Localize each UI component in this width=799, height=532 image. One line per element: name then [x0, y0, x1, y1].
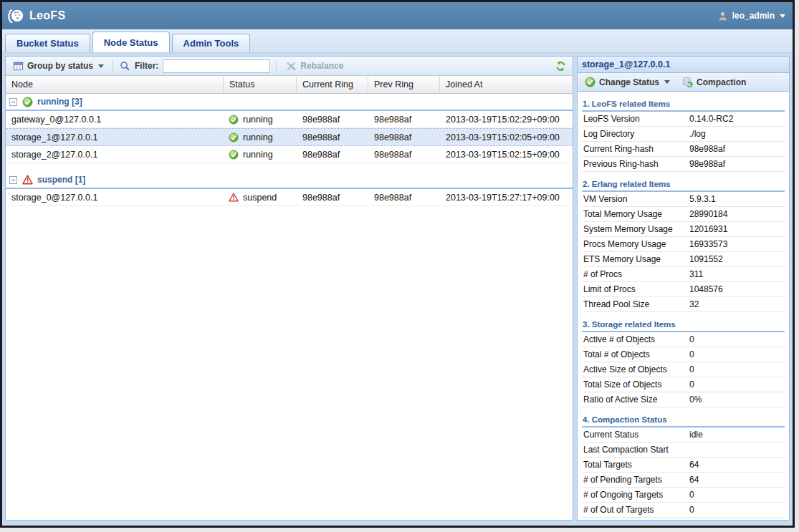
current-ring-cell: 98e988af [297, 193, 368, 203]
property-row: Total Size of Objects 0 [582, 377, 785, 392]
group-by-status-button[interactable]: Group by status [9, 59, 107, 73]
top-bar: LeoFS leo_admin [2, 2, 793, 29]
prev-ring-cell: 98e988af [368, 115, 440, 125]
property-row: Ratio of Active Size 0% [582, 392, 785, 407]
collapse-icon[interactable] [9, 176, 17, 184]
property-value: idle [689, 430, 785, 440]
property-label: Current Ring-hash [582, 144, 689, 154]
column-header-joined-at[interactable]: Joined At [440, 76, 573, 93]
property-label: Log Directory [582, 129, 689, 139]
property-label: VM Version [582, 194, 689, 204]
property-value: 0 [689, 490, 785, 500]
property-row: Log Directory ./log [582, 127, 785, 142]
property-value: 0 [689, 364, 785, 374]
search-icon [119, 60, 130, 72]
table-row[interactable]: storage_2@127.0.0.1 running 98e988af 98e… [6, 146, 573, 163]
status-text: running [243, 150, 273, 160]
table-row-selected[interactable]: storage_1@127.0.0.1 running 98e988af 98e… [6, 128, 573, 146]
status-text: suspend [243, 193, 277, 203]
current-ring-cell: 98e988af [297, 115, 368, 125]
property-label: # of Ongoing Targets [582, 490, 689, 500]
property-label: Active # of Objects [582, 334, 689, 344]
property-row: Total # of Objects 0 [582, 347, 785, 362]
column-header-node[interactable]: Node [6, 76, 224, 93]
toolbar-separator [276, 60, 277, 72]
grid-column-headers: Node Status Current Ring Prev Ring Joine… [6, 76, 573, 94]
property-value: 98e988af [689, 144, 785, 154]
table-row[interactable]: gateway_0@127.0.0.1 running 98e988af 98e… [6, 111, 573, 128]
joined-at-cell: 2013-03-19T15:27:17+09:00 [440, 193, 573, 203]
tab-bucket-status[interactable]: Bucket Status [5, 34, 90, 52]
status-running-icon [228, 149, 239, 160]
group-by-status-label: Group by status [27, 61, 93, 71]
filter-input[interactable] [163, 59, 270, 73]
user-menu[interactable]: leo_admin [717, 10, 785, 21]
property-row: # of Procs 311 [582, 267, 785, 282]
current-ring-cell: 98e988af [297, 132, 368, 142]
group-header-suspend[interactable]: suspend [1] [6, 172, 573, 189]
property-row: # of Pending Targets 64 [582, 473, 785, 488]
toolbar-separator [113, 60, 113, 72]
status-suspend-icon [21, 174, 33, 185]
property-value: 32 [689, 299, 785, 309]
change-status-label: Change Status [599, 77, 659, 87]
property-label: Total Memory Usage [582, 209, 689, 219]
property-label: Active Size of Objects [582, 364, 689, 374]
status-cell: running [224, 132, 297, 143]
app-window: LeoFS leo_admin Bucket Status Node Statu… [0, 0, 795, 528]
status-running-icon [228, 114, 239, 125]
rebalance-button[interactable]: Rebalance [282, 59, 346, 73]
node-cell: storage_2@127.0.0.1 [6, 150, 224, 160]
joined-at-cell: 2013-03-19T15:02:05+09:00 [440, 132, 573, 142]
chevron-down-icon [780, 14, 785, 18]
node-grid-panel: Group by status Filter: [5, 56, 573, 521]
property-label: LeoFS Version [582, 114, 689, 124]
property-value: 1048576 [689, 284, 785, 294]
collapse-icon[interactable] [9, 98, 17, 106]
database-compaction-icon [681, 77, 693, 88]
property-value: 0% [689, 395, 785, 405]
property-row: LeoFS Version 0.14.0-RC2 [582, 112, 785, 127]
chevron-down-icon [664, 80, 670, 84]
property-label: Procs Memory Usage [582, 239, 689, 249]
property-row: Active # of Objects 0 [582, 332, 785, 347]
group-header-running[interactable]: running [3] [6, 94, 573, 111]
status-check-icon [584, 77, 595, 88]
property-row: ETS Memory Usage 1091552 [582, 252, 785, 267]
property-row: Limit of Procs 1048576 [582, 282, 785, 297]
property-label: Previous Ring-hash [582, 159, 689, 169]
column-header-status[interactable]: Status [224, 76, 297, 93]
refresh-icon [555, 60, 566, 72]
brand: LeoFS [6, 6, 65, 26]
property-row: Current Ring-hash 98e988af [582, 142, 785, 157]
column-header-prev-ring[interactable]: Prev Ring [368, 76, 440, 93]
column-header-current-ring[interactable]: Current Ring [297, 76, 368, 93]
status-running-icon [21, 96, 33, 107]
filter-label: Filter: [135, 61, 158, 71]
property-label: # of Pending Targets [582, 475, 689, 485]
prev-ring-cell: 98e988af [368, 150, 440, 160]
status-suspend-icon [228, 192, 239, 203]
detail-content: 1. LeoFS related Items LeoFS Version 0.1… [578, 92, 789, 520]
refresh-button[interactable] [552, 59, 569, 73]
property-value: 0 [689, 379, 785, 390]
tools-icon [285, 60, 297, 72]
property-row: Total Targets 64 [582, 458, 785, 473]
tab-admin-tools[interactable]: Admin Tools [172, 34, 251, 52]
property-value: 0 [689, 334, 785, 344]
node-cell: gateway_0@127.0.0.1 [6, 115, 224, 125]
group-label: suspend [1] [37, 175, 85, 185]
property-value: 64 [689, 475, 785, 485]
property-label: Total Size of Objects [582, 379, 689, 390]
compaction-button[interactable]: Compaction [679, 75, 749, 90]
change-status-button[interactable]: Change Status [581, 75, 673, 90]
property-row: Procs Memory Usage 16933573 [582, 237, 785, 252]
property-value: 12016931 [689, 224, 785, 234]
table-row[interactable]: storage_0@127.0.0.1 suspend 98e988af 98e… [6, 189, 573, 206]
tab-node-status[interactable]: Node Status [92, 32, 170, 52]
compaction-label: Compaction [697, 77, 746, 87]
node-cell: storage_1@127.0.0.1 [6, 132, 224, 142]
user-icon [717, 10, 729, 21]
group-label: running [3] [37, 97, 82, 107]
tab-strip: Bucket Status Node Status Admin Tools [2, 29, 793, 53]
